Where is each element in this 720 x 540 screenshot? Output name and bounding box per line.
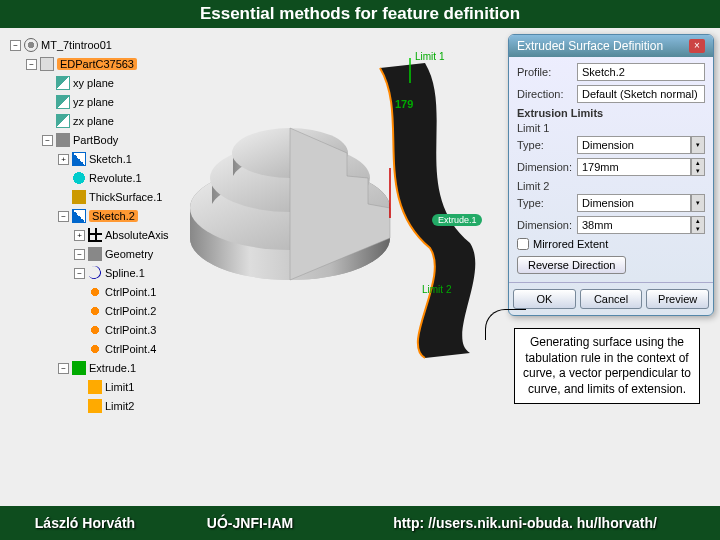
tree-item-label: zx plane xyxy=(73,115,114,127)
tree-item[interactable]: Limit2 xyxy=(10,397,210,415)
sketch-icon xyxy=(72,152,86,166)
tree-item-label: xy plane xyxy=(73,77,114,89)
tree-item-label: Limit2 xyxy=(105,400,134,412)
limit2-label: Limit 2 xyxy=(422,284,452,295)
dim2-spinner[interactable]: ▴▾ xyxy=(691,216,705,234)
sketch-icon xyxy=(72,209,86,223)
tree-item-label: Revolute.1 xyxy=(89,172,142,184)
limits-header: Extrusion Limits xyxy=(517,107,705,119)
limit2-header: Limit 2 xyxy=(517,180,705,192)
tree-item-label: Extrude.1 xyxy=(89,362,136,374)
plane-icon xyxy=(56,76,70,90)
ext-icon xyxy=(72,361,86,375)
extrude-dialog: Extruded Surface Definition × Profile: S… xyxy=(508,34,714,316)
expander-icon[interactable]: + xyxy=(74,230,85,241)
footer-bar: László Horváth UÓ-JNFI-IAM http: //users… xyxy=(0,506,720,540)
dim1-spinner[interactable]: ▴▾ xyxy=(691,158,705,176)
pt-icon xyxy=(88,304,102,318)
tree-item-label: Sketch.1 xyxy=(89,153,132,165)
3d-viewport[interactable]: Limit 1 179 Limit 2 Extrude.1 xyxy=(170,28,500,368)
expander-icon[interactable]: − xyxy=(10,40,21,51)
dim2-label: Dimension: xyxy=(517,219,577,231)
tree-item-label: ThickSurface.1 xyxy=(89,191,162,203)
tree-item-label: yz plane xyxy=(73,96,114,108)
type2-select[interactable]: Dimension xyxy=(577,194,691,212)
mirrored-checkbox[interactable] xyxy=(517,238,529,250)
expander-icon[interactable]: − xyxy=(58,363,69,374)
preview-button[interactable]: Preview xyxy=(646,289,709,309)
surface-label: Extrude.1 xyxy=(438,215,477,225)
gear-icon xyxy=(24,38,38,52)
plane-icon xyxy=(56,95,70,109)
direction-field[interactable]: Default (Sketch normal) xyxy=(577,85,705,103)
tree-item-label: CtrlPoint.2 xyxy=(105,305,156,317)
ok-button[interactable]: OK xyxy=(513,289,576,309)
tree-item[interactable]: Limit1 xyxy=(10,378,210,396)
tree-item-label: Geometry xyxy=(105,248,153,260)
footer-url: http: //users.nik.uni-obuda. hu/lhorvath… xyxy=(330,515,720,531)
body-icon xyxy=(56,133,70,147)
plane-icon xyxy=(56,114,70,128)
expander-icon[interactable]: + xyxy=(58,154,69,165)
cancel-button[interactable]: Cancel xyxy=(580,289,643,309)
close-icon[interactable]: × xyxy=(689,39,705,53)
spline-icon xyxy=(88,266,102,280)
reverse-button[interactable]: Reverse Direction xyxy=(517,256,626,274)
dim2-field[interactable]: 38mm xyxy=(577,216,691,234)
pt-icon xyxy=(88,323,102,337)
cube-icon xyxy=(40,57,54,71)
type1-label: Type: xyxy=(517,139,577,151)
tree-item-label: PartBody xyxy=(73,134,118,146)
tree-item-label: CtrlPoint.1 xyxy=(105,286,156,298)
lim-icon xyxy=(88,399,102,413)
tree-item-label: EDPartC37563 xyxy=(57,58,137,70)
annotation-callout: Generating surface using the tabulation … xyxy=(514,328,700,404)
pt-icon xyxy=(88,285,102,299)
mirrored-label: Mirrored Extent xyxy=(533,238,608,250)
tree-item-label: AbsoluteAxis xyxy=(105,229,169,241)
dialog-titlebar[interactable]: Extruded Surface Definition × xyxy=(509,35,713,57)
dim-label: 179 xyxy=(395,98,413,110)
tree-item-label: Sketch.2 xyxy=(89,210,138,222)
type1-dropdown-icon[interactable]: ▾ xyxy=(691,136,705,154)
dim1-field[interactable]: 179mm xyxy=(577,158,691,176)
type1-select[interactable]: Dimension xyxy=(577,136,691,154)
expander-icon[interactable]: − xyxy=(74,249,85,260)
content-area: − MT_7tintroo01 −EDPartC37563xy planeyz … xyxy=(0,28,720,506)
dialog-title-text: Extruded Surface Definition xyxy=(517,39,663,53)
footer-author: László Horváth xyxy=(0,515,170,531)
expander-icon[interactable]: − xyxy=(58,211,69,222)
slide-title: Essential methods for feature definition xyxy=(0,0,720,28)
expander-icon[interactable]: − xyxy=(26,59,37,70)
profile-field[interactable]: Sketch.2 xyxy=(577,63,705,81)
footer-org: UÓ-JNFI-IAM xyxy=(170,515,330,531)
type2-label: Type: xyxy=(517,197,577,209)
tree-item-label: Spline.1 xyxy=(105,267,145,279)
axis-icon xyxy=(88,228,102,242)
expander-icon[interactable]: − xyxy=(74,268,85,279)
dim1-label: Dimension: xyxy=(517,161,577,173)
tree-item-label: Limit1 xyxy=(105,381,134,393)
lim-icon xyxy=(88,380,102,394)
limit1-label: Limit 1 xyxy=(415,51,445,62)
tree-item-label: CtrlPoint.3 xyxy=(105,324,156,336)
rev-icon xyxy=(72,171,86,185)
type2-dropdown-icon[interactable]: ▾ xyxy=(691,194,705,212)
body-icon xyxy=(88,247,102,261)
limit1-header: Limit 1 xyxy=(517,122,705,134)
pt-icon xyxy=(88,342,102,356)
direction-label: Direction: xyxy=(517,88,577,100)
tree-root-label: MT_7tintroo01 xyxy=(41,39,112,51)
surf-icon xyxy=(72,190,86,204)
profile-label: Profile: xyxy=(517,66,577,78)
tree-item-label: CtrlPoint.4 xyxy=(105,343,156,355)
expander-icon[interactable]: − xyxy=(42,135,53,146)
